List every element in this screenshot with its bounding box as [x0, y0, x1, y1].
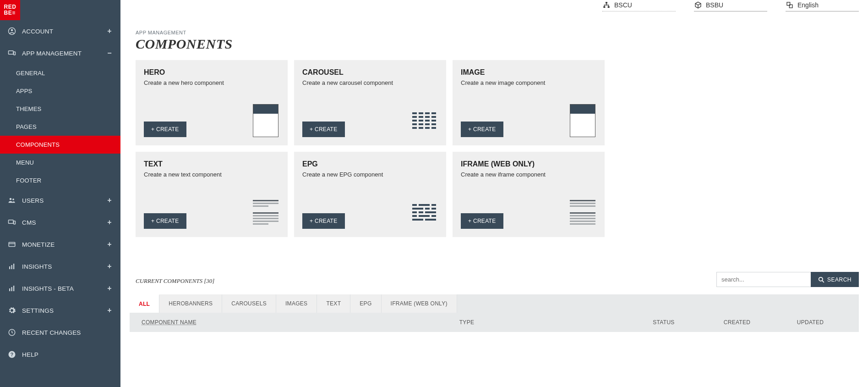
- card-iframe: IFRAME (WEB ONLY) Create a new iframe co…: [453, 152, 605, 237]
- sidebar-item-settings[interactable]: SETTINGS +: [0, 299, 120, 321]
- language-selector[interactable]: English: [786, 0, 859, 11]
- card-hero: HERO Create a new hero component + CREAT…: [136, 60, 288, 145]
- sidebar-sub-footer[interactable]: FOOTER: [0, 171, 120, 189]
- brand-logo-text: RED BE≡: [4, 4, 16, 16]
- sidebar-label: INSIGHTS - BETA: [22, 285, 106, 292]
- sidebar-item-insights[interactable]: INSIGHTS +: [0, 255, 120, 277]
- card-epg: EPG Create a new EPG component + CREATE: [294, 152, 446, 237]
- svg-rect-20: [603, 6, 605, 8]
- sidebar-sub-label: GENERAL: [16, 70, 45, 77]
- tab-iframe[interactable]: IFRAME (WEB ONLY): [382, 294, 457, 313]
- sidebar-sub-label: APPS: [16, 88, 32, 94]
- sidebar-item-monetize[interactable]: MONETIZE +: [0, 233, 120, 255]
- sidebar-sub-apps[interactable]: APPS: [0, 82, 120, 100]
- sidebar-item-cms[interactable]: CMS +: [0, 211, 120, 233]
- svg-rect-15: [13, 286, 14, 291]
- expand-icon[interactable]: +: [106, 307, 113, 314]
- svg-point-1: [11, 29, 13, 32]
- sidebar-item-recent-changes[interactable]: RECENT CHANGES: [0, 321, 120, 343]
- search-button[interactable]: SEARCH: [811, 272, 859, 287]
- tab-text[interactable]: TEXT: [317, 294, 350, 313]
- card-title: IMAGE: [461, 68, 596, 77]
- sidebar-sub-general[interactable]: GENERAL: [0, 64, 120, 82]
- col-component-name[interactable]: COMPONENT NAME: [142, 319, 306, 326]
- card-desc: Create a new text component: [144, 171, 279, 178]
- create-hero-button[interactable]: + CREATE: [144, 122, 186, 137]
- col-created: CREATED: [700, 319, 774, 326]
- svg-line-25: [822, 280, 824, 282]
- tab-images[interactable]: IMAGES: [276, 294, 317, 313]
- create-image-button[interactable]: + CREATE: [461, 122, 503, 137]
- business-unit-value: BSBU: [706, 1, 723, 9]
- expand-icon[interactable]: +: [106, 197, 113, 204]
- svg-point-5: [12, 199, 14, 200]
- carousel-preview-icon: [410, 104, 438, 137]
- tab-all[interactable]: ALL: [130, 294, 159, 313]
- sidebar-label: MONETIZE: [22, 241, 106, 248]
- sidebar-item-account[interactable]: ACCOUNT +: [0, 20, 120, 42]
- create-text-button[interactable]: + CREATE: [144, 213, 186, 229]
- card-title: IFRAME (WEB ONLY): [461, 160, 596, 168]
- search-row: SEARCH: [120, 272, 868, 294]
- iframe-preview-icon: [569, 196, 596, 229]
- help-icon: ?: [7, 350, 16, 359]
- sidebar-item-users[interactable]: USERS +: [0, 189, 120, 211]
- sidebar-item-app-management[interactable]: APP MANAGEMENT −: [0, 42, 120, 64]
- sidebar-item-help[interactable]: ? HELP: [0, 343, 120, 365]
- svg-rect-3: [14, 52, 16, 55]
- svg-rect-2: [9, 51, 14, 55]
- svg-rect-11: [11, 265, 12, 269]
- search-button-label: SEARCH: [827, 276, 852, 283]
- sidebar-sub-label: FOOTER: [16, 177, 41, 184]
- sidebar-label: RECENT CHANGES: [22, 329, 113, 336]
- search-box: SEARCH: [716, 272, 859, 287]
- svg-rect-13: [9, 288, 10, 291]
- sidebar-sub-label: PAGES: [16, 123, 37, 130]
- sidebar-label: SETTINGS: [22, 307, 106, 314]
- card-desc: Create a new iframe component: [461, 171, 596, 178]
- svg-point-24: [819, 277, 823, 281]
- cube-icon: [694, 1, 702, 9]
- sidebar-sub-components[interactable]: COMPONENTS: [0, 136, 120, 154]
- sidebar-sub-themes[interactable]: THEMES: [0, 100, 120, 118]
- sidebar-sub-pages[interactable]: PAGES: [0, 118, 120, 136]
- svg-rect-19: [606, 2, 607, 3]
- tab-carousels[interactable]: CAROUSELS: [222, 294, 276, 313]
- customer-unit-selector[interactable]: BSCU: [602, 0, 676, 11]
- sidebar-sub-menu[interactable]: MENU: [0, 154, 120, 171]
- expand-icon[interactable]: +: [106, 241, 113, 248]
- svg-rect-14: [11, 287, 12, 291]
- expand-icon[interactable]: +: [106, 285, 113, 292]
- recent-icon: [7, 328, 16, 337]
- image-preview-icon: [569, 104, 596, 137]
- create-carousel-button[interactable]: + CREATE: [302, 122, 345, 137]
- create-epg-button[interactable]: + CREATE: [302, 213, 345, 229]
- sidebar-item-insights-beta[interactable]: INSIGHTS - BETA +: [0, 277, 120, 299]
- users-icon: [7, 196, 16, 205]
- search-input[interactable]: [716, 272, 811, 287]
- collapse-icon[interactable]: −: [106, 50, 113, 57]
- svg-text:?: ?: [11, 352, 14, 357]
- breadcrumb: APP MANAGEMENT: [120, 11, 868, 35]
- card-desc: Create a new carousel component: [302, 79, 438, 86]
- table-header-row: COMPONENT NAME TYPE STATUS CREATED UPDAT…: [130, 313, 859, 332]
- expand-icon[interactable]: +: [106, 263, 113, 270]
- card-desc: Create a new image component: [461, 79, 596, 86]
- expand-icon[interactable]: +: [106, 28, 113, 35]
- card-image: IMAGE Create a new image component + CRE…: [453, 60, 605, 145]
- sidebar-sub-label: THEMES: [16, 105, 41, 112]
- sidebar-label: CMS: [22, 219, 106, 226]
- svg-rect-6: [9, 220, 14, 224]
- create-iframe-button[interactable]: + CREATE: [461, 213, 503, 229]
- expand-icon[interactable]: +: [106, 219, 113, 226]
- card-desc: Create a new EPG component: [302, 171, 438, 178]
- business-unit-selector[interactable]: BSBU: [694, 0, 767, 11]
- component-type-grid: HERO Create a new hero component + CREAT…: [120, 60, 868, 237]
- tab-herobanners[interactable]: HEROBANNERS: [159, 294, 222, 313]
- user-circle-icon: [7, 27, 16, 36]
- svg-rect-21: [608, 6, 610, 8]
- card-text: TEXT Create a new text component + CREAT…: [136, 152, 288, 237]
- tab-epg[interactable]: EPG: [350, 294, 381, 313]
- card-title: HERO: [144, 68, 279, 77]
- sidebar: RED BE≡ ACCOUNT + APP MANAGEMENT − GENER…: [0, 0, 120, 387]
